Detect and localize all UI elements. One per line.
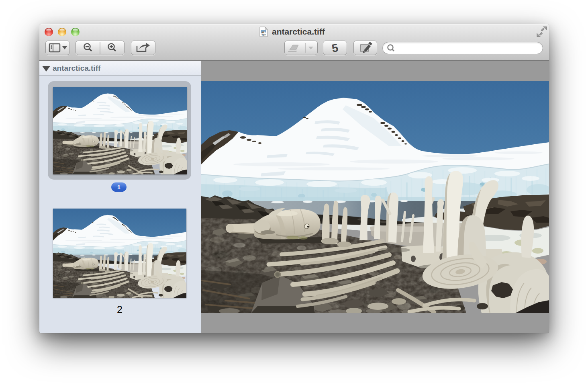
- svg-text:TIFF: TIFF: [261, 34, 266, 36]
- svg-text:5: 5: [331, 41, 339, 55]
